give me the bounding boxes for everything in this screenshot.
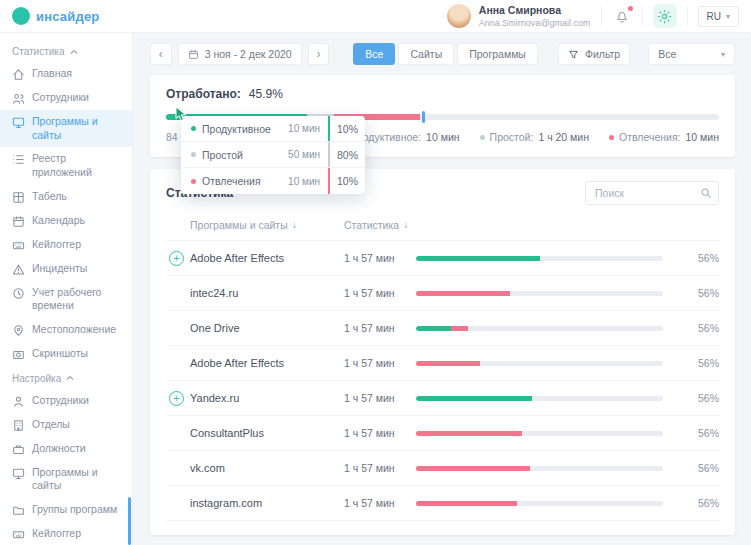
sidebar-item-label: Табель: [32, 190, 67, 204]
table-row[interactable]: + intec24.ru 1 ч 57 мин 56%: [166, 276, 719, 311]
table-row[interactable]: + ConsultantPlus 1 ч 57 мин 56%: [166, 416, 719, 451]
sidebar-item-programs-sites[interactable]: Программы и сайты: [0, 110, 132, 147]
tooltip-row-distractions: Отвлечения 10 мин 10%: [181, 168, 365, 194]
column-label: Статистика: [344, 219, 399, 231]
table-row[interactable]: + Adobe After Effects 1 ч 57 мин 56%: [166, 346, 719, 381]
gear-icon: [657, 9, 672, 24]
table-row[interactable]: + Adobe After Effects 1 ч 57 мин 56%: [166, 241, 719, 276]
legend-value: 10 мин: [686, 131, 719, 143]
sidebar-item-incidents[interactable]: Инциденты: [0, 257, 132, 281]
prev-period-button[interactable]: ‹: [150, 43, 172, 65]
sidebar-item-location[interactable]: Местоположение: [0, 318, 132, 342]
tab-sites[interactable]: Сайты: [398, 43, 454, 65]
worked-label: Отработано:: [166, 87, 241, 101]
scope-select[interactable]: Все ▾: [648, 43, 735, 65]
program-time: 1 ч 57 мин: [344, 427, 416, 439]
tab-all[interactable]: Все: [353, 43, 395, 65]
table-row[interactable]: + instagram.com 1 ч 57 мин 56%: [166, 486, 719, 521]
search-input[interactable]: [585, 181, 719, 205]
sidebar-item-app-registry[interactable]: Реестр приложений: [0, 147, 132, 184]
table-row[interactable]: + vk.com 1 ч 57 мин 56%: [166, 451, 719, 486]
sidebar: Статистика Главная Сотрудники Программы …: [0, 33, 133, 545]
sidebar-item-screenshots[interactable]: Скриншоты: [0, 342, 132, 366]
user-email: Anna.Smirnova@gmail.com: [479, 18, 591, 28]
sort-desc-icon: ↓: [292, 219, 297, 230]
column-statistics[interactable]: Статистика ↓: [344, 219, 416, 231]
avatar: [447, 4, 471, 28]
sidebar-item-settings-keylogger[interactable]: Кейлоггер: [0, 522, 132, 545]
sidebar-item-label: Программы и сайты: [32, 115, 120, 142]
next-period-button[interactable]: ›: [308, 43, 330, 65]
keyboard-icon: [12, 239, 25, 252]
tooltip-percent: 10%: [328, 116, 365, 141]
building-icon: [12, 419, 25, 432]
sidebar-item-label: Отделы: [32, 418, 70, 432]
logo-text: инсайдер: [36, 9, 99, 24]
home-icon: [12, 68, 25, 81]
date-range-button[interactable]: 3 ноя - 2 дек 2020: [178, 43, 302, 65]
keyboard-icon: [12, 528, 25, 541]
tooltip-label: Простой: [202, 149, 243, 161]
divider: [642, 6, 643, 26]
table-row[interactable]: + One Drive 1 ч 57 мин 56%: [166, 311, 719, 346]
sidebar-item-label: Группы программ: [32, 503, 117, 517]
sidebar-item-label: Кейлоггер: [32, 527, 81, 541]
sidebar-item-calendar[interactable]: Календарь: [0, 209, 132, 233]
legend: Продуктивное: 10 мин Простой: 1 ч 20 мин…: [339, 131, 719, 143]
program-name: Adobe After Effects: [190, 357, 344, 369]
briefcase-icon: [12, 443, 25, 456]
notifications-button[interactable]: [612, 6, 632, 26]
tooltip-value: 10 мин: [288, 176, 328, 187]
program-name: instagram.com: [190, 497, 344, 509]
usage-bar: [416, 361, 663, 366]
usage-bar: [416, 466, 663, 471]
monitor-icon: [12, 116, 25, 129]
table-row[interactable]: + Yandex.ru 1 ч 57 мин 56%: [166, 381, 719, 416]
sidebar-item-label: Реестр приложений: [32, 152, 120, 179]
program-time: 1 ч 57 мин: [344, 392, 416, 404]
sidebar-section-settings[interactable]: Настройка: [0, 366, 132, 389]
expand-row-button[interactable]: +: [169, 251, 184, 266]
usage-bar: [416, 396, 663, 401]
settings-button[interactable]: [653, 4, 677, 28]
tab-programs[interactable]: Программы: [457, 43, 538, 65]
sidebar-item-positions[interactable]: Должности: [0, 437, 132, 461]
clock-icon: [12, 287, 25, 300]
sidebar-section-statistics[interactable]: Статистика: [0, 39, 132, 62]
folder-icon: [12, 504, 25, 517]
sidebar-item-label: Календарь: [32, 214, 85, 228]
sidebar-item-settings-employees[interactable]: Сотрудники: [0, 389, 132, 413]
sidebar-item-employees[interactable]: Сотрудники: [0, 86, 132, 110]
program-name: One Drive: [190, 322, 344, 334]
app-logo[interactable]: инсайдер: [12, 7, 99, 25]
tooltip-value: 10 мин: [288, 123, 328, 134]
sidebar-scrollbar[interactable]: [128, 497, 131, 545]
search-icon: [700, 187, 712, 199]
program-time: 1 ч 57 мин: [344, 322, 416, 334]
sidebar-item-keylogger[interactable]: Кейлоггер: [0, 233, 132, 257]
sidebar-item-timesheet[interactable]: Табель: [0, 185, 132, 209]
notification-badge: [628, 6, 633, 11]
sidebar-item-program-groups[interactable]: Группы программ: [0, 498, 132, 522]
legend-label: Отвлечения:: [619, 131, 681, 143]
statistics-card: Статистика Программы и сайты ↓ Статистик…: [150, 169, 735, 535]
program-percent: 56%: [677, 357, 719, 369]
user-menu[interactable]: Анна Смирнова Anna.Smirnova@gmail.com: [447, 4, 591, 28]
progress-marker[interactable]: [422, 111, 425, 123]
filter-button[interactable]: Фильтр: [558, 43, 630, 65]
program-time: 1 ч 57 мин: [344, 497, 416, 509]
expand-row-button[interactable]: +: [169, 391, 184, 406]
date-range-value: 3 ноя - 2 дек 2020: [205, 48, 292, 60]
sidebar-item-label: Главная: [32, 67, 72, 81]
sidebar-item-settings-programs[interactable]: Программы и сайты: [0, 461, 132, 498]
tooltip-row-idle: Простой 50 мин 80%: [181, 142, 365, 168]
user-icon: [12, 395, 25, 408]
sidebar-item-departments[interactable]: Отделы: [0, 413, 132, 437]
chevron-right-icon: ›: [317, 47, 321, 61]
sidebar-item-worktime[interactable]: Учет рабочего времени: [0, 281, 132, 318]
sidebar-item-label: Кейлоггер: [32, 238, 81, 252]
column-programs-sites[interactable]: Программы и сайты ↓: [190, 219, 344, 231]
language-select[interactable]: RU ▾: [698, 6, 739, 27]
warning-icon: [12, 263, 25, 276]
sidebar-item-home[interactable]: Главная: [0, 62, 132, 86]
